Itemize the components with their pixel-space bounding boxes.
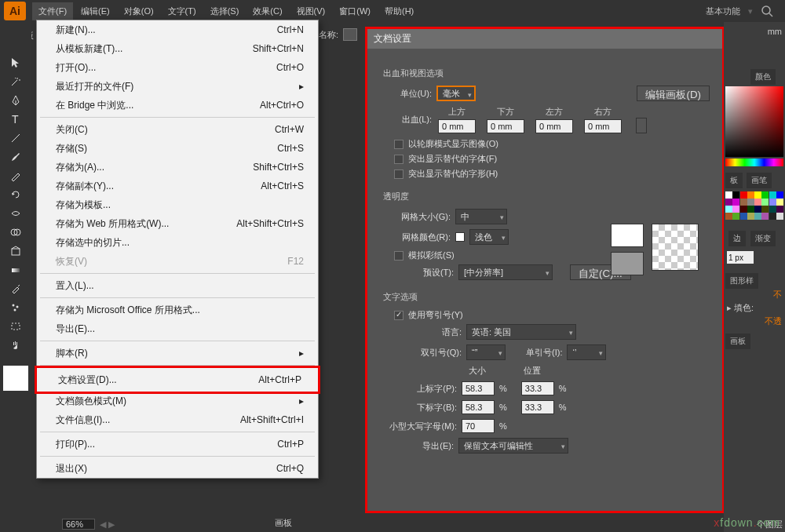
swatch[interactable] (740, 206, 747, 213)
file-menu-item[interactable]: 导出(E)... (37, 319, 318, 338)
swatch[interactable] (754, 206, 761, 213)
file-menu-item[interactable]: 置入(L)... (37, 276, 318, 295)
swatch[interactable] (761, 191, 769, 199)
color-panel-tab[interactable]: 颜色 (750, 69, 776, 85)
line-tool[interactable] (4, 129, 27, 148)
export-select[interactable]: 保留文本可编辑性 (458, 438, 568, 454)
outline-checkbox-row[interactable]: 以轮廓模式显示图像(O) (394, 138, 710, 150)
swatch[interactable] (740, 213, 747, 220)
name-icon[interactable] (343, 28, 357, 41)
stroke-width-input[interactable] (727, 251, 754, 264)
swatch[interactable] (761, 206, 769, 213)
swatch[interactable] (732, 199, 739, 206)
swatches-tab[interactable]: 板 (725, 173, 743, 188)
perspective-tool[interactable] (4, 242, 27, 261)
swatch[interactable] (761, 199, 769, 206)
unit-select[interactable]: 毫米 (436, 86, 476, 101)
pencil-tool[interactable] (4, 166, 27, 185)
brush-tab[interactable]: 画笔 (747, 173, 772, 188)
swatch[interactable] (725, 206, 732, 213)
swatch[interactable] (776, 206, 783, 213)
link-icon[interactable] (636, 118, 647, 133)
super-size-input[interactable] (462, 381, 495, 395)
magic-wand-tool[interactable] (4, 72, 27, 91)
file-menu-item[interactable]: 关闭(C)Ctrl+W (37, 120, 318, 139)
file-menu-item[interactable]: 新建(N)...Ctrl+N (37, 20, 318, 39)
preset-select[interactable]: [中分辨率] (458, 264, 553, 280)
smallcaps-input[interactable] (462, 419, 495, 433)
type-tool[interactable]: T (4, 110, 27, 129)
swatch[interactable] (747, 213, 754, 220)
menu-view[interactable]: 视图(V) (290, 2, 332, 20)
swatch[interactable] (761, 213, 769, 220)
swatch[interactable] (776, 191, 783, 199)
menu-window[interactable]: 窗口(W) (333, 2, 377, 20)
color-picker[interactable] (725, 86, 783, 157)
swatch[interactable] (740, 191, 747, 199)
file-menu-item[interactable]: 存储为模板... (37, 195, 318, 214)
swatch[interactable] (747, 199, 754, 206)
file-menu-item[interactable]: 存储副本(Y)...Alt+Ctrl+S (37, 177, 318, 195)
menu-help[interactable]: 帮助(H) (378, 2, 420, 20)
swatch[interactable] (747, 206, 754, 213)
swatch[interactable] (754, 213, 761, 220)
file-menu-item[interactable]: 恢复(V)F12 (37, 252, 318, 271)
file-menu-item[interactable]: 最近打开的文件(F)▸ (37, 77, 318, 96)
file-menu-item[interactable]: 打印(P)...Ctrl+P (37, 435, 318, 454)
bleed-bottom-input[interactable] (487, 119, 524, 133)
search-icon[interactable] (761, 5, 773, 17)
file-menu-item[interactable]: 存储为 Microsoft Office 所用格式... (37, 301, 318, 319)
rotate-tool[interactable] (4, 185, 27, 204)
swatch[interactable] (769, 191, 776, 199)
fill-stroke-indicator[interactable] (3, 366, 28, 391)
stroke-tab[interactable]: 边 (728, 231, 746, 246)
file-menu-item[interactable]: 打开(O)...Ctrl+O (37, 58, 318, 77)
file-menu-item[interactable]: 文档设置(D)...Alt+Ctrl+P (39, 370, 316, 389)
file-menu-item[interactable]: 文件信息(I)...Alt+Shift+Ctrl+I (37, 410, 318, 429)
menu-file[interactable]: 文件(F) (32, 2, 73, 20)
swatch[interactable] (740, 199, 747, 206)
trans-swatch-white[interactable] (611, 224, 644, 247)
sub-size-input[interactable] (462, 400, 495, 414)
file-menu-item[interactable]: 从模板新建(T)...Shift+Ctrl+N (37, 39, 318, 58)
graphic-styles-tab[interactable]: 图形样 (725, 273, 758, 289)
swatch[interactable] (747, 191, 754, 199)
eyedropper-tool[interactable] (4, 279, 27, 298)
swatch[interactable] (769, 199, 776, 206)
file-menu-item[interactable]: 文档颜色模式(M)▸ (37, 392, 318, 410)
gradient-tool[interactable] (4, 261, 27, 279)
file-menu-item[interactable]: 在 Bridge 中浏览...Alt+Ctrl+O (37, 96, 318, 115)
swatch[interactable] (754, 199, 761, 206)
selection-tool[interactable] (4, 53, 27, 72)
artboards-tab[interactable]: 画板 (725, 333, 750, 349)
swatch[interactable] (754, 191, 761, 199)
edit-artboards-button[interactable]: 编辑画板(D) (637, 86, 710, 101)
gridcolor-select[interactable]: 浅色 (469, 229, 509, 245)
swatch[interactable] (769, 206, 776, 213)
swatch[interactable] (732, 213, 739, 220)
swatch[interactable] (776, 199, 783, 206)
lang-select[interactable]: 英语: 美国 (466, 324, 576, 340)
gridsize-select[interactable]: 中 (455, 209, 507, 224)
dq-select[interactable]: “” (466, 344, 506, 360)
symbol-spray-tool[interactable] (4, 298, 27, 317)
swatch[interactable] (725, 213, 732, 220)
bleed-left-input[interactable] (535, 119, 573, 133)
paintbrush-tool[interactable] (4, 148, 27, 166)
bleed-right-input[interactable] (584, 119, 622, 133)
file-menu-item[interactable]: 存储为(A)...Shift+Ctrl+S (37, 158, 318, 177)
bleed-top-input[interactable] (438, 119, 476, 133)
quotes-checkbox-row[interactable]: 使用弯引号(Y) (394, 309, 710, 321)
menu-select[interactable]: 选择(S) (204, 2, 246, 20)
menu-type[interactable]: 文字(T) (162, 2, 203, 20)
swatch[interactable] (769, 213, 776, 220)
width-tool[interactable] (4, 204, 27, 223)
swatch[interactable] (732, 206, 739, 213)
swatch[interactable] (732, 191, 739, 199)
menu-effect[interactable]: 效果(C) (246, 2, 288, 20)
swatch-grid[interactable] (725, 191, 783, 220)
workspace-selector[interactable]: 基本功能 (706, 5, 740, 17)
gradient-tab[interactable]: 渐变 (750, 231, 776, 246)
zoom-select[interactable]: 66% (62, 519, 95, 530)
file-menu-item[interactable]: 脚本(R)▸ (37, 344, 318, 363)
